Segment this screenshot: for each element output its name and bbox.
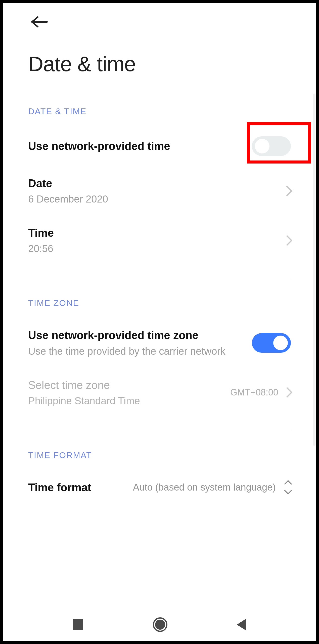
settings-content: Date & time DATE & TIME Use network-prov… bbox=[3, 3, 316, 608]
nav-recents-button[interactable] bbox=[73, 619, 83, 630]
time-format-value: Auto (based on system language) bbox=[133, 481, 276, 494]
time-format-label: Time format bbox=[28, 480, 133, 495]
row-time-format[interactable]: Time format Auto (based on system langua… bbox=[18, 470, 301, 505]
arrow-left-icon bbox=[31, 16, 48, 28]
row-time[interactable]: Time 20:56 bbox=[18, 216, 301, 265]
updown-icon bbox=[285, 481, 291, 493]
chevron-right-icon bbox=[282, 185, 292, 196]
network-time-toggle[interactable] bbox=[252, 136, 291, 156]
date-label: Date bbox=[28, 176, 283, 190]
scrollbar[interactable] bbox=[313, 94, 315, 446]
network-zone-sub: Use the time provided by the carrier net… bbox=[28, 345, 252, 358]
network-zone-toggle[interactable] bbox=[252, 333, 291, 353]
section-header-timezone: TIME ZONE bbox=[18, 278, 301, 318]
row-network-zone[interactable]: Use network-provided time zone Use the t… bbox=[18, 318, 301, 368]
select-zone-label: Select time zone bbox=[28, 378, 230, 392]
section-header-datetime: DATE & TIME bbox=[18, 86, 301, 126]
network-time-label: Use network-provided time bbox=[28, 139, 252, 153]
chevron-right-icon bbox=[282, 387, 292, 398]
page-title: Date & time bbox=[18, 37, 301, 86]
date-value: 6 December 2020 bbox=[28, 192, 283, 206]
time-label: Time bbox=[28, 226, 283, 240]
time-value: 20:56 bbox=[28, 242, 283, 255]
nav-back-button[interactable] bbox=[237, 619, 246, 631]
android-navbar bbox=[3, 608, 316, 641]
chevron-right-icon bbox=[282, 235, 292, 246]
select-zone-value: GMT+08:00 bbox=[230, 387, 278, 398]
toggle-knob bbox=[255, 139, 269, 153]
nav-home-button[interactable] bbox=[153, 617, 167, 632]
section-header-timeformat: TIME FORMAT bbox=[18, 430, 301, 470]
row-network-time[interactable]: Use network-provided time bbox=[18, 126, 301, 166]
toggle-knob bbox=[273, 336, 288, 350]
network-zone-label: Use network-provided time zone bbox=[28, 328, 252, 342]
select-zone-sub: Philippine Standard Time bbox=[28, 394, 230, 407]
row-select-zone: Select time zone Philippine Standard Tim… bbox=[18, 368, 301, 417]
row-date[interactable]: Date 6 December 2020 bbox=[18, 166, 301, 216]
back-button[interactable] bbox=[18, 3, 301, 37]
